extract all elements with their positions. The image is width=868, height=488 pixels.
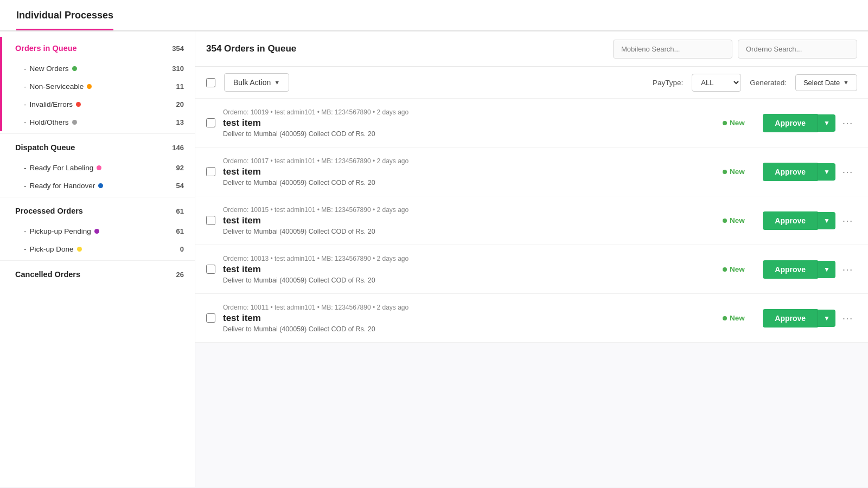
sidebar-section-processed-orders: Processed Orders 61 - Pickup-up Pending … [0,200,195,258]
approve-button[interactable]: Approve [763,114,818,132]
approve-button[interactable]: Approve [763,211,818,230]
sidebar-item-badge: 146 [172,144,184,152]
sidebar-item-ready-for-handover[interactable]: - Ready for Handover 54 [2,177,195,195]
sidebar-item-label: Dispatch Queue [15,143,75,152]
ready-for-handover-dot [98,183,103,188]
order-info: Orderno: 10015 • test admin101 • MB: 123… [223,206,704,235]
order-item: Orderno: 10017 • test admin101 • MB: 123… [195,147,868,196]
more-options-button[interactable]: ⋯ [838,260,857,279]
order-title: test item [223,118,704,129]
sidebar-item-dispatch-queue[interactable]: Dispatch Queue 146 [2,136,195,159]
chevron-down-icon: ▼ [843,79,849,86]
approve-dropdown-button[interactable]: ▼ [818,261,835,278]
select-date-label: Select Date [803,79,840,87]
non-serviceable-dot [87,84,92,89]
order-actions: Approve ▼ ⋯ [763,162,857,182]
order-meta: Orderno: 10011 • test admin101 • MB: 123… [223,304,704,311]
order-list: Orderno: 10019 • test admin101 • MB: 123… [195,99,868,487]
sidebar-subitem-label: Ready for Handover [30,182,95,190]
order-status-label: New [730,265,745,273]
order-checkbox[interactable] [206,313,215,323]
sidebar-subitem-badge: 92 [176,164,184,172]
order-status: New [712,314,755,322]
sidebar-item-non-serviceable[interactable]: - Non-Serviceable 11 [2,78,195,95]
sidebar-item-label: Processed Orders [15,207,83,215]
order-status: New [712,265,755,273]
main-layout: Orders in Queue 354 - New Orders 310 - N… [0,31,868,487]
status-dot [723,316,727,320]
sidebar-item-cancelled-orders[interactable]: Cancelled Orders 26 [2,263,195,286]
mobile-search-input[interactable] [613,40,732,59]
dash-icon: - [24,164,27,172]
approve-dropdown-button[interactable]: ▼ [818,114,835,132]
sidebar-item-label: Orders in Queue [15,44,77,53]
sidebar-item-pickup-pending[interactable]: - Pickup-up Pending 61 [2,222,195,240]
bulk-action-button[interactable]: Bulk Action ▼ [224,73,289,92]
sidebar-item-badge: 26 [176,271,184,279]
order-item: Orderno: 10019 • test admin101 • MB: 123… [195,99,868,147]
approve-button[interactable]: Approve [763,163,818,181]
sidebar-item-ready-for-labeling[interactable]: - Ready For Labeling 92 [2,159,195,177]
sidebar-subitem-badge: 61 [176,227,184,235]
sidebar-subitem-label: Non-Serviceable [30,82,84,91]
approve-dropdown-button[interactable]: ▼ [818,212,835,229]
approve-button[interactable]: Approve [763,309,818,328]
order-checkbox[interactable] [206,216,215,225]
sidebar-item-processed-orders[interactable]: Processed Orders 61 [2,200,195,222]
invalid-errors-dot [76,102,81,107]
order-item: Orderno: 10011 • test admin101 • MB: 123… [195,294,868,343]
content-header-title: 354 Orders in Queue [206,33,608,65]
order-title: test item [223,313,704,324]
select-all-checkbox[interactable] [206,78,215,87]
order-status: New [712,216,755,224]
approve-button[interactable]: Approve [763,260,818,279]
order-meta: Orderno: 10015 • test admin101 • MB: 123… [223,206,704,214]
sidebar-item-hold-others[interactable]: - Hold/Others 13 [2,113,195,131]
more-options-button[interactable]: ⋯ [838,211,857,230]
paytype-select[interactable]: ALL COD Prepaid [692,74,741,92]
content-header: 354 Orders in Queue [195,31,868,67]
order-status-label: New [730,119,745,127]
approve-dropdown-button[interactable]: ▼ [818,163,835,181]
order-info: Orderno: 10019 • test admin101 • MB: 123… [223,108,704,138]
order-checkbox[interactable] [206,118,215,127]
generated-label: Generated: [750,79,787,87]
dash-icon: - [24,65,27,73]
approve-dropdown-button[interactable]: ▼ [818,310,835,327]
order-meta: Orderno: 10013 • test admin101 • MB: 123… [223,255,704,262]
more-options-button[interactable]: ⋯ [838,309,857,328]
order-actions: Approve ▼ ⋯ [763,211,857,230]
order-status-label: New [730,168,745,176]
order-actions: Approve ▼ ⋯ [763,113,857,133]
sidebar-section-orders-in-queue: Orders in Queue 354 - New Orders 310 - N… [0,37,195,131]
chevron-down-icon: ▼ [274,79,280,86]
order-address: Deliver to Mumbai (400059) Collect COD o… [223,325,704,333]
order-checkbox[interactable] [206,167,215,176]
sidebar: Orders in Queue 354 - New Orders 310 - N… [0,31,195,487]
status-dot [723,170,727,174]
sidebar-item-orders-in-queue[interactable]: Orders in Queue 354 [2,37,195,60]
sidebar-subitem-label: Ready For Labeling [30,164,94,172]
order-address: Deliver to Mumbai (400059) Collect COD o… [223,228,704,235]
bulk-action-label: Bulk Action [233,78,271,87]
more-options-button[interactable]: ⋯ [838,162,857,182]
sidebar-section-dispatch-queue: Dispatch Queue 146 - Ready For Labeling … [0,136,195,195]
more-options-button[interactable]: ⋯ [838,113,857,133]
sidebar-subitem-label: New Orders [30,65,69,73]
sidebar-divider [0,260,195,261]
select-date-button[interactable]: Select Date ▼ [795,74,857,91]
sidebar-section-cancelled-orders: Cancelled Orders 26 [0,263,195,286]
page-header: Individual Processes [0,0,868,31]
sidebar-item-invalid-errors[interactable]: - Invalid/Errors 20 [2,95,195,113]
sidebar-item-new-orders[interactable]: - New Orders 310 [2,60,195,78]
status-dot [723,121,727,125]
dash-icon: - [24,182,27,190]
dash-icon: - [24,118,27,126]
orderno-search-input[interactable] [738,40,857,59]
order-checkbox[interactable] [206,265,215,274]
sidebar-item-badge: 354 [172,44,184,53]
order-item: Orderno: 10013 • test admin101 • MB: 123… [195,245,868,294]
content-area: 354 Orders in Queue Bulk Action ▼ PayTyp… [195,31,868,487]
paytype-label: PayType: [653,79,683,87]
sidebar-item-pick-up-done[interactable]: - Pick-up Done 0 [2,240,195,258]
